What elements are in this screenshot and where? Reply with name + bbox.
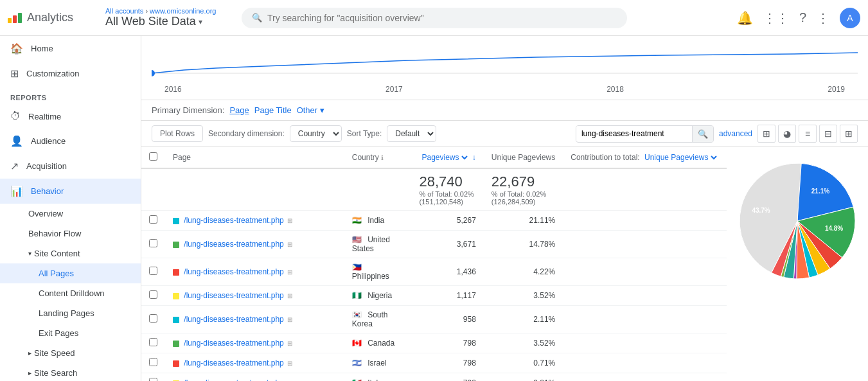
select-all-checkbox[interactable]: [149, 152, 157, 161]
grid-view-icon[interactable]: ⊞: [757, 125, 775, 143]
page-link[interactable]: /lung-diseases-treatment.php: [184, 291, 283, 300]
view-icons: ⊞ ◕ ≡ ⊟ ⊞: [757, 125, 858, 143]
summary-row: 28,740 % of Total: 0.02% (151,120,548) 2…: [141, 168, 727, 211]
country-name: Philippines: [352, 272, 389, 281]
sidebar-item-all-pages[interactable]: All Pages: [0, 263, 141, 283]
search-bar[interactable]: 🔍: [242, 8, 627, 28]
page-copy-icon[interactable]: ⊞: [287, 217, 292, 224]
header-pageviews[interactable]: Pageviews ↓: [411, 147, 483, 168]
page-link[interactable]: /lung-diseases-treatment.php: [184, 339, 283, 348]
site-content-label: Site Content: [34, 249, 80, 258]
page-copy-icon[interactable]: ⊞: [287, 316, 292, 323]
page-copy-icon[interactable]: ⊞: [287, 340, 292, 347]
sidebar-item-behavior-flow[interactable]: Behavior Flow: [0, 224, 141, 244]
more-vert-icon[interactable]: ⋮: [817, 10, 829, 26]
country-flag: 🇺🇸: [352, 235, 362, 244]
plot-rows-button[interactable]: Plot Rows: [152, 125, 203, 142]
logo: Analytics: [8, 11, 98, 24]
row-checkbox[interactable]: [149, 267, 157, 275]
notifications-icon[interactable]: 🔔: [737, 10, 753, 26]
sidebar-item-overview[interactable]: Overview: [0, 204, 141, 224]
pageviews-value: 798: [411, 353, 483, 373]
page-copy-icon[interactable]: ⊞: [287, 269, 292, 276]
page-copy-icon[interactable]: ⊞: [287, 360, 292, 367]
breadcrumb-accounts[interactable]: All accounts: [105, 7, 143, 15]
country-name: Israel: [368, 359, 386, 368]
page-link[interactable]: /lung-diseases-treatment.php: [184, 216, 283, 225]
chart-timeline: 2016 2017 2018 2019: [152, 82, 858, 94]
page-link[interactable]: /lung-diseases-treatment.php: [184, 315, 283, 324]
row-checkbox[interactable]: [149, 290, 157, 299]
total-unique-pageviews: 22,679: [492, 173, 555, 190]
overview-label: Overview: [28, 209, 63, 218]
dim-page-title-link[interactable]: Page Title: [254, 105, 292, 115]
realtime-icon: ⏱: [10, 111, 21, 122]
sort-type-select[interactable]: Default: [387, 125, 436, 142]
page-link[interactable]: /lung-diseases-treatment.php: [184, 378, 283, 381]
pageviews-sort-select[interactable]: Pageviews: [419, 152, 470, 163]
sidebar-item-site-speed[interactable]: ▸ Site Speed: [0, 343, 141, 363]
page-color-indicator: [173, 218, 179, 224]
pie-view-icon[interactable]: ◕: [778, 125, 796, 143]
sidebar-label-acquisition: Acquisition: [26, 161, 67, 171]
page-link[interactable]: /lung-diseases-treatment.php: [184, 267, 283, 276]
row-checkbox[interactable]: [149, 338, 157, 346]
row-checkbox[interactable]: [149, 314, 157, 323]
dim-other-link[interactable]: Other ▾: [297, 105, 324, 115]
home-icon: 🏠: [10, 42, 23, 55]
compare-view-icon[interactable]: ⊟: [819, 125, 837, 143]
unique-pct-value: 3.52%: [484, 286, 563, 306]
pivot-view-icon[interactable]: ⊞: [840, 125, 858, 143]
breadcrumb-main[interactable]: All Web Site Data ▾: [105, 15, 234, 28]
sidebar-item-landing-pages[interactable]: Landing Pages: [0, 303, 141, 323]
table-controls: Plot Rows Secondary dimension: Country S…: [141, 121, 868, 147]
sidebar-item-content-drilldown[interactable]: Content Drilldown: [0, 283, 141, 303]
country-flag: 🇨🇦: [352, 339, 362, 348]
breadcrumb-site[interactable]: www.omicsonline.org: [150, 7, 216, 15]
avatar[interactable]: A: [840, 8, 860, 28]
advanced-link[interactable]: advanced: [719, 129, 752, 138]
dim-page-link[interactable]: Page: [229, 105, 249, 115]
page-copy-icon[interactable]: ⊞: [287, 241, 292, 248]
year-2017: 2017: [385, 85, 403, 94]
sidebar-item-site-search[interactable]: ▸ Site Search: [0, 363, 141, 381]
pageviews-value: 1,436: [411, 258, 483, 286]
row-checkbox[interactable]: [149, 378, 157, 381]
country-header-text: Country: [352, 153, 379, 162]
contribution-metric-select[interactable]: Unique Pageviews: [642, 152, 719, 163]
list-view-icon[interactable]: ≡: [799, 125, 817, 143]
sidebar-item-audience[interactable]: 👤 Audience: [0, 128, 141, 154]
sidebar-item-home[interactable]: 🏠 Home: [0, 36, 141, 61]
table-row: /lung-diseases-treatment.php ⊞ 🇵🇭 Philip…: [141, 258, 727, 286]
sidebar-item-exit-pages[interactable]: Exit Pages: [0, 323, 141, 343]
sidebar-item-site-content[interactable]: ▾ Site Content: [0, 244, 141, 263]
filter-input[interactable]: [576, 126, 692, 141]
row-checkbox[interactable]: [149, 239, 157, 247]
secondary-dim-label: Secondary dimension:: [208, 129, 285, 138]
unique-pct-value: 2.81%: [484, 373, 563, 382]
sidebar-item-customization[interactable]: ⊞ Customization: [0, 61, 141, 86]
total-pageviews: 28,740: [419, 173, 475, 190]
country-name: Italy: [368, 378, 382, 381]
sidebar-item-realtime[interactable]: ⏱ Realtime: [0, 104, 141, 128]
pageviews-value: 5,267: [411, 211, 483, 231]
page-link[interactable]: /lung-diseases-treatment.php: [184, 359, 283, 368]
year-2018: 2018: [607, 85, 624, 94]
help-icon[interactable]: ?: [799, 10, 806, 25]
page-link[interactable]: /lung-diseases-treatment.php: [184, 240, 283, 249]
sidebar-item-behavior[interactable]: 📊 Behavior: [0, 179, 141, 204]
country-name: India: [368, 216, 384, 225]
sidebar-label-home: Home: [31, 44, 53, 53]
secondary-dim-select[interactable]: Country: [290, 125, 342, 142]
filter-search-button[interactable]: 🔍: [692, 126, 713, 142]
search-input[interactable]: [267, 13, 617, 23]
row-checkbox[interactable]: [149, 358, 157, 366]
search-filter: 🔍: [576, 125, 714, 143]
site-search-arrow: ▸: [28, 369, 31, 377]
apps-icon[interactable]: ⋮⋮: [763, 10, 789, 26]
row-checkbox[interactable]: [149, 215, 157, 224]
page-copy-icon[interactable]: ⊞: [287, 292, 292, 299]
sidebar-item-acquisition[interactable]: ↗ Acquisition: [0, 154, 141, 179]
main-layout: 🏠 Home ⊞ Customization REPORTS ⏱ Realtim…: [0, 36, 868, 381]
pageviews-value: 1,117: [411, 286, 483, 306]
